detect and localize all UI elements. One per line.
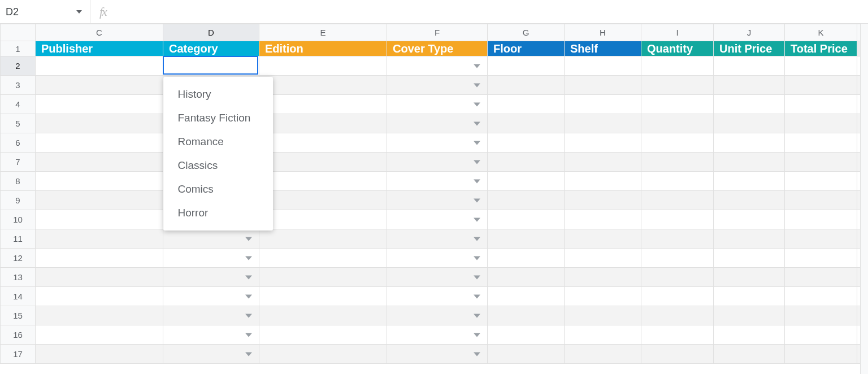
cell-J3[interactable] (714, 76, 785, 95)
cell-C13[interactable] (36, 268, 163, 287)
cell-K7[interactable] (785, 153, 857, 172)
dropdown-arrow-icon[interactable] (474, 198, 480, 202)
dropdown-arrow-icon[interactable] (474, 102, 480, 106)
cell-J15[interactable] (714, 306, 785, 325)
cell-I16[interactable] (641, 325, 714, 345)
category-dropdown[interactable]: History Fantasy Fiction Romance Classics… (163, 77, 273, 231)
dropdown-arrow-icon[interactable] (474, 121, 480, 125)
header-shelf[interactable]: Shelf (565, 41, 641, 56)
cell-G7[interactable] (488, 153, 565, 172)
cell-F12[interactable] (387, 249, 488, 268)
cell-E2[interactable] (259, 56, 387, 76)
cell-C6[interactable] (36, 133, 163, 153)
dropdown-arrow-icon[interactable] (474, 256, 480, 260)
cell-H8[interactable] (565, 172, 641, 191)
cell-F15[interactable] (387, 306, 488, 325)
cell-I6[interactable] (641, 133, 714, 153)
dropdown-arrow-icon[interactable] (245, 314, 252, 318)
cell-H9[interactable] (565, 191, 641, 210)
row-header-6[interactable]: 6 (1, 133, 36, 153)
cell-D17[interactable] (163, 345, 259, 364)
cell-C4[interactable] (36, 95, 163, 114)
cell-H2[interactable] (565, 56, 641, 76)
cell-J4[interactable] (714, 95, 785, 114)
cell-E17[interactable] (259, 345, 387, 364)
cell-I2[interactable] (641, 56, 714, 76)
row-header-3[interactable]: 3 (1, 76, 36, 95)
header-unit-price[interactable]: Unit Price (714, 41, 785, 56)
cell-K10[interactable] (785, 210, 857, 229)
column-header-c[interactable]: C (36, 24, 163, 41)
cell-K4[interactable] (785, 95, 857, 114)
cell-H12[interactable] (565, 249, 641, 268)
chevron-down-icon[interactable] (76, 10, 82, 14)
cell-C11[interactable] (36, 229, 163, 249)
cell-J5[interactable] (714, 114, 785, 133)
cell-F5[interactable] (387, 114, 488, 133)
row-header-17[interactable]: 17 (1, 345, 36, 364)
cell-C7[interactable] (36, 153, 163, 172)
cell-C9[interactable] (36, 191, 163, 210)
cell-J7[interactable] (714, 153, 785, 172)
dropdown-arrow-icon[interactable] (474, 83, 480, 87)
cell-I10[interactable] (641, 210, 714, 229)
cell-G9[interactable] (488, 191, 565, 210)
cell-H10[interactable] (565, 210, 641, 229)
cell-K14[interactable] (785, 287, 857, 306)
dropdown-arrow-icon[interactable] (245, 333, 252, 337)
dropdown-arrow-icon[interactable] (245, 352, 252, 356)
cell-J16[interactable] (714, 325, 785, 345)
header-total-price[interactable]: Total Price (785, 41, 857, 56)
cell-G17[interactable] (488, 345, 565, 364)
cell-E8[interactable] (259, 172, 387, 191)
cell-E9[interactable] (259, 191, 387, 210)
row-header-14[interactable]: 14 (1, 287, 36, 306)
cell-F16[interactable] (387, 325, 488, 345)
cell-C17[interactable] (36, 345, 163, 364)
row-header-10[interactable]: 10 (1, 210, 36, 229)
row-header-4[interactable]: 4 (1, 95, 36, 114)
dropdown-arrow-icon[interactable] (474, 237, 480, 241)
dropdown-arrow-icon[interactable] (245, 275, 252, 279)
column-header-f[interactable]: F (387, 24, 488, 41)
cell-F7[interactable] (387, 153, 488, 172)
cell-G8[interactable] (488, 172, 565, 191)
cell-G15[interactable] (488, 306, 565, 325)
cell-F2[interactable] (387, 56, 488, 76)
formula-input[interactable] (116, 0, 862, 23)
cell-K17[interactable] (785, 345, 857, 364)
cell-F10[interactable] (387, 210, 488, 229)
dropdown-arrow-icon[interactable] (474, 218, 480, 221)
name-box[interactable]: D2 (0, 0, 90, 23)
cell-G10[interactable] (488, 210, 565, 229)
cell-C5[interactable] (36, 114, 163, 133)
dropdown-option[interactable]: Horror (163, 201, 273, 225)
column-header-e[interactable]: E (259, 24, 387, 41)
row-header-7[interactable]: 7 (1, 153, 36, 172)
vertical-scrollbar[interactable] (860, 24, 868, 374)
cell-F3[interactable] (387, 76, 488, 95)
cell-F6[interactable] (387, 133, 488, 153)
cell-K2[interactable] (785, 56, 857, 76)
column-header-d[interactable]: D (163, 24, 259, 41)
cell-I14[interactable] (641, 287, 714, 306)
dropdown-arrow-icon[interactable] (245, 237, 252, 241)
cell-K16[interactable] (785, 325, 857, 345)
cell-H3[interactable] (565, 76, 641, 95)
header-cover-type[interactable]: Cover Type (387, 41, 488, 56)
cell-I8[interactable] (641, 172, 714, 191)
cell-I7[interactable] (641, 153, 714, 172)
cell-K9[interactable] (785, 191, 857, 210)
row-header-8[interactable]: 8 (1, 172, 36, 191)
cell-F14[interactable] (387, 287, 488, 306)
cell-J9[interactable] (714, 191, 785, 210)
cell-H14[interactable] (565, 287, 641, 306)
cell-G3[interactable] (488, 76, 565, 95)
row-header-5[interactable]: 5 (1, 114, 36, 133)
cell-H11[interactable] (565, 229, 641, 249)
cell-C15[interactable] (36, 306, 163, 325)
cell-H16[interactable] (565, 325, 641, 345)
dropdown-arrow-icon[interactable] (474, 160, 480, 164)
cell-F17[interactable] (387, 345, 488, 364)
cell-D15[interactable] (163, 306, 259, 325)
